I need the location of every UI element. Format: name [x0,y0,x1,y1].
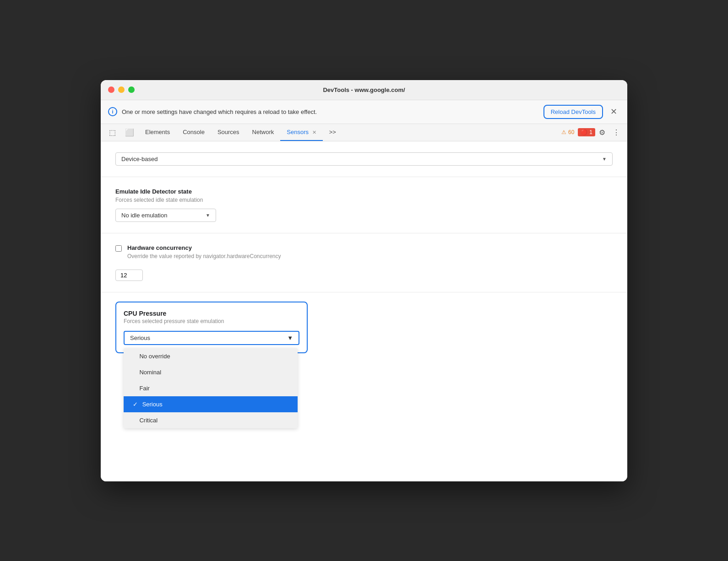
tab-sources[interactable]: Sources [211,124,246,141]
error-icon: 🔴 [581,129,587,135]
cpu-box: CPU Pressure Forces selected pressure st… [115,302,308,353]
toolbar: ⬚ ⬜ Elements Console Sources Network Sen… [101,124,627,141]
tab-network[interactable]: Network [246,124,281,141]
close-button[interactable] [108,86,114,93]
cpu-title: CPU Pressure [124,310,299,317]
window-title: DevTools - www.google.com/ [323,86,405,93]
hardware-checkbox[interactable] [115,245,122,252]
device-dropdown[interactable]: Device-based ▼ [115,152,613,166]
checkmark-icon: ✓ [133,401,138,408]
inspector-icon[interactable]: ⬚ [104,124,120,140]
dropdown-arrow-icon: ▼ [602,156,607,162]
cpu-section: CPU Pressure Forces selected pressure st… [101,292,627,481]
idle-dropdown[interactable]: No idle emulation ▼ [115,209,216,222]
cpu-dropdown-menu: No override Nominal Fair ✓ Serious [124,348,298,428]
traffic-lights [108,86,135,93]
tab-sensors[interactable]: Sensors ✕ [280,124,322,141]
idle-sublabel: Forces selected idle state emulation [115,197,613,203]
hardware-sublabel: Override the value reported by navigator… [127,253,281,259]
info-icon: i [108,107,117,116]
device-toolbar-icon[interactable]: ⬜ [120,124,139,140]
close-notification-button[interactable]: ✕ [608,106,620,118]
idle-section: Emulate Idle Detector state Forces selec… [101,177,627,233]
cpu-dropdown-trigger[interactable]: Serious ▼ [124,331,299,345]
idle-label: Emulate Idle Detector state [115,188,613,195]
warning-icon: ⚠ [561,129,566,135]
device-section: Device-based ▼ [101,141,627,177]
warning-badge[interactable]: ⚠ 60 [558,127,578,137]
warning-count: 60 [568,129,574,135]
tab-console[interactable]: Console [176,124,211,141]
cpu-option-fair[interactable]: Fair [124,380,298,396]
hardware-checkbox-row: Hardware concurrency Override the value … [115,244,613,265]
error-count: 1 [589,129,592,135]
title-bar: DevTools - www.google.com/ [101,80,627,100]
more-options-button[interactable]: ⋮ [609,124,624,140]
hardware-value-input[interactable] [115,270,143,281]
tab-sensors-close[interactable]: ✕ [312,129,316,135]
hardware-section: Hardware concurrency Override the value … [101,233,627,292]
more-tabs-button[interactable]: >> [323,124,342,141]
hardware-label: Hardware concurrency [127,244,281,251]
error-badge[interactable]: 🔴 1 [578,128,595,136]
settings-button[interactable]: ⚙ [595,124,609,140]
minimize-button[interactable] [118,86,125,93]
notification-message: One or more settings have changed which … [122,108,539,115]
devtools-window: DevTools - www.google.com/ i One or more… [101,80,627,481]
idle-dropdown-arrow-icon: ▼ [206,213,210,218]
cpu-dropdown-arrow-icon: ▼ [287,334,293,341]
cpu-sublabel: Forces selected pressure state emulation [124,318,299,324]
cpu-option-serious[interactable]: ✓ Serious [124,396,298,412]
cpu-option-nominal[interactable]: Nominal [124,364,298,380]
notification-bar: i One or more settings have changed whic… [101,100,627,124]
tab-elements[interactable]: Elements [139,124,176,141]
reload-devtools-button[interactable]: Reload DevTools [543,105,603,119]
cpu-option-no-override[interactable]: No override [124,348,298,364]
content-area: Device-based ▼ Emulate Idle Detector sta… [101,141,627,481]
cpu-option-critical[interactable]: Critical [124,412,298,428]
maximize-button[interactable] [128,86,135,93]
